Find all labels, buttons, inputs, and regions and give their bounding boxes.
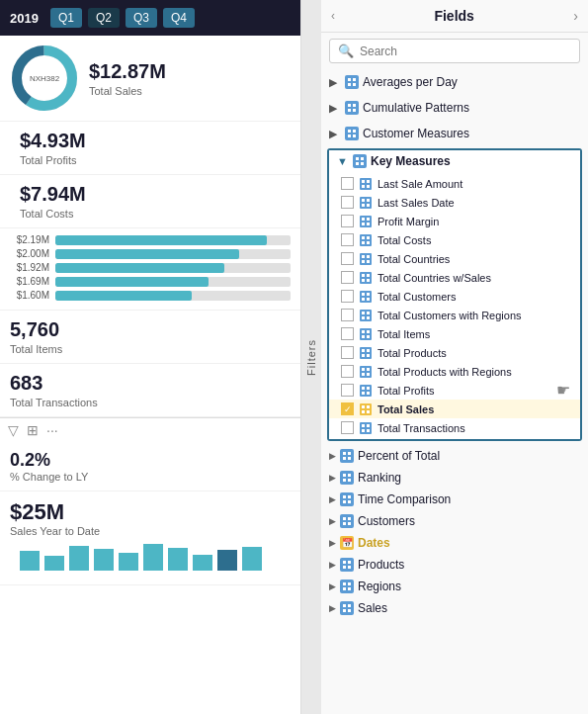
- percent-total-icon: [340, 449, 354, 463]
- checkbox-total-items[interactable]: [341, 327, 354, 340]
- svg-rect-35: [367, 199, 370, 202]
- q1-button[interactable]: Q1: [50, 8, 82, 28]
- q3-button[interactable]: Q3: [126, 8, 157, 28]
- checkbox-total-products[interactable]: [341, 346, 354, 359]
- group-averages-header[interactable]: ▶ Averages per Day: [321, 71, 588, 93]
- percent-total-label: Percent of Total: [358, 449, 440, 463]
- svg-rect-8: [119, 553, 138, 571]
- total-sales-label: Total Sales: [89, 85, 291, 97]
- forward-arrow[interactable]: ›: [573, 8, 578, 24]
- group-time-comparison[interactable]: ▶ Time Comparison: [321, 489, 588, 510]
- svg-rect-17: [353, 83, 356, 86]
- svg-rect-76: [362, 392, 365, 395]
- measure-total-sales[interactable]: Total Sales: [329, 400, 580, 418]
- checkbox-total-sales[interactable]: [341, 402, 354, 415]
- regions-chevron-icon: ▶: [329, 581, 336, 591]
- group-products[interactable]: ▶ Products: [321, 554, 588, 576]
- group-regions[interactable]: ▶ Regions: [321, 576, 588, 597]
- measure-total-products-regions[interactable]: Total Products with Regions: [329, 362, 580, 381]
- customer-table-icon: [345, 127, 359, 140]
- bar-fill-1: [55, 249, 239, 259]
- percent-total-chevron-icon: ▶: [329, 451, 336, 461]
- checkbox-total-costs[interactable]: [341, 233, 354, 246]
- measure-last-sales-date[interactable]: Last Sales Date: [329, 193, 580, 212]
- svg-rect-112: [343, 609, 346, 612]
- svg-rect-60: [362, 316, 365, 319]
- checkbox-total-countries-wsales[interactable]: [341, 271, 354, 284]
- back-arrow[interactable]: ‹: [331, 9, 335, 23]
- measure-total-profits[interactable]: Total Profits ☛: [329, 381, 580, 400]
- filters-divider[interactable]: Filters: [301, 0, 321, 714]
- bar-track-1: [55, 249, 291, 259]
- svg-rect-36: [362, 204, 365, 207]
- bottom-toolbar: ▽ ⊞ ···: [0, 417, 300, 442]
- measure-icon-total-customers: [360, 291, 372, 303]
- measure-profit-margin[interactable]: Profit Margin: [329, 212, 580, 230]
- measure-total-countries[interactable]: Total Countries: [329, 249, 580, 268]
- sales-ytd-label: Sales Year to Date: [10, 525, 291, 537]
- bar-label-4: $1.60M: [10, 290, 49, 301]
- svg-rect-27: [361, 157, 364, 160]
- expand-icon[interactable]: ⊞: [27, 422, 39, 438]
- checkbox-total-countries[interactable]: [341, 252, 354, 265]
- filter-icon[interactable]: ▽: [8, 422, 19, 438]
- group-ranking[interactable]: ▶ Ranking: [321, 467, 588, 489]
- total-costs-label: Total Costs: [20, 208, 291, 220]
- svg-rect-85: [367, 429, 370, 432]
- svg-rect-97: [348, 500, 351, 503]
- checkbox-total-customers[interactable]: [341, 290, 354, 303]
- products-icon: [340, 558, 354, 572]
- group-customer-measures-header[interactable]: ▶ Customer Measures: [321, 123, 588, 144]
- checkbox-total-products-regions[interactable]: [341, 365, 354, 378]
- group-sales[interactable]: ▶ Sales: [321, 597, 588, 619]
- q2-button[interactable]: Q2: [88, 8, 120, 28]
- measure-total-customers-regions[interactable]: Total Customers with Regions: [329, 306, 580, 324]
- measure-total-transactions[interactable]: Total Transactions: [329, 418, 580, 437]
- checkbox-last-sale-amount[interactable]: [341, 177, 354, 190]
- group-dates[interactable]: ▶ 📅 Dates: [321, 532, 588, 554]
- measure-total-products[interactable]: Total Products: [329, 343, 580, 362]
- bar-label-2: $1.92M: [10, 262, 49, 273]
- measure-label-profit-margin: Profit Margin: [378, 216, 439, 227]
- checkbox-total-profits[interactable]: [341, 384, 354, 397]
- checkbox-total-transactions[interactable]: [341, 421, 354, 434]
- checkbox-last-sales-date[interactable]: [341, 196, 354, 209]
- total-items-value: 5,760: [10, 318, 59, 341]
- svg-rect-43: [367, 236, 370, 239]
- bar-fill-2: [55, 263, 224, 273]
- group-customer-measures: ▶ Customer Measures: [321, 121, 588, 146]
- group-cumulative-header[interactable]: ▶ Cumulative Patterns: [321, 97, 588, 119]
- measure-total-items[interactable]: Total Items: [329, 324, 580, 343]
- measure-icon-last-sales-date: [360, 197, 372, 209]
- key-measures-icon: [353, 154, 367, 168]
- customers-chevron-icon: ▶: [329, 516, 336, 526]
- svg-rect-51: [367, 274, 370, 277]
- svg-rect-71: [367, 368, 370, 371]
- change-metric-row: 0.2% % Change to LY: [0, 442, 300, 491]
- donut-chart: NXH382: [10, 44, 79, 113]
- checkbox-total-customers-regions[interactable]: [341, 309, 354, 321]
- q4-button[interactable]: Q4: [163, 8, 195, 28]
- total-profits-value: $4.93M: [20, 130, 291, 152]
- key-measures-header[interactable]: ▼ Key Measures: [329, 150, 580, 172]
- svg-rect-47: [367, 255, 370, 258]
- bar-label-1: $2.00M: [10, 248, 49, 259]
- checkbox-profit-margin[interactable]: [341, 215, 354, 227]
- group-customers[interactable]: ▶ Customers: [321, 510, 588, 532]
- measure-total-customers[interactable]: Total Customers: [329, 287, 580, 306]
- svg-rect-58: [362, 312, 365, 314]
- more-icon[interactable]: ···: [46, 422, 58, 438]
- costs-values: $7.94M Total Costs: [10, 183, 291, 220]
- measure-last-sale-amount[interactable]: Last Sale Amount: [329, 174, 580, 193]
- svg-rect-66: [362, 349, 365, 352]
- cursor-hand-icon: ☛: [556, 381, 570, 400]
- svg-rect-99: [348, 517, 351, 520]
- measure-label-total-profits: Total Profits: [378, 385, 434, 397]
- svg-rect-74: [362, 387, 365, 390]
- group-percent-total[interactable]: ▶ Percent of Total: [321, 445, 588, 467]
- measure-total-costs[interactable]: Total Costs: [329, 230, 580, 249]
- time-comparison-label: Time Comparison: [358, 492, 451, 506]
- measure-total-countries-wsales[interactable]: Total Countries w/Sales: [329, 268, 580, 287]
- search-input[interactable]: [360, 45, 571, 58]
- svg-rect-83: [367, 424, 370, 427]
